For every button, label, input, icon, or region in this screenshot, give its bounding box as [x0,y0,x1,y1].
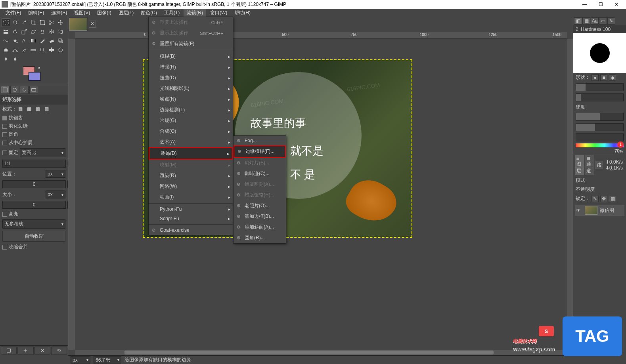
submenu-round-corners[interactable]: ⚙圆角(R)... [234,233,286,243]
tool-rotate[interactable] [11,27,19,36]
tool-pencil[interactable] [38,36,47,45]
size-unit[interactable]: px▾ [46,191,65,198]
tab-undo-history[interactable] [20,86,29,94]
image-tab-thumb[interactable] [69,18,87,30]
menu-filters[interactable]: 滤镜(R) [184,9,206,17]
tool-rect-select[interactable] [2,18,10,27]
angle-slider[interactable]: 1 [573,132,626,143]
swap-colors-icon[interactable]: ⤭ [37,66,40,70]
menu-layer[interactable]: 图层(L) [115,9,137,17]
menu-reshow-last[interactable]: ⚙显示上次操作Shift+Ctrl+F [149,28,233,38]
tool-align[interactable] [2,27,10,36]
tool-move[interactable] [56,18,65,27]
menu-colors[interactable]: 颜色(C) [138,9,160,17]
tool-zoom[interactable] [38,46,47,54]
menu-light-shadow[interactable]: 光线和阴影(L)▸ [149,83,233,94]
shape-diamond[interactable]: ◆ [609,74,616,81]
tool-text[interactable]: A [20,36,29,45]
tab-paths[interactable]: 路 [595,161,603,169]
tool-fuzzy-select[interactable] [20,18,29,27]
image-tab-close[interactable]: ✕ [89,21,96,28]
tool-transform[interactable] [38,18,47,27]
tool-eraser[interactable] [47,36,56,45]
tool-cage[interactable] [56,27,65,36]
aspect-input[interactable] [2,160,66,168]
lock-pixels-icon[interactable]: ✎ [592,196,599,202]
tool-smudge[interactable] [2,46,10,54]
tab-images[interactable] [29,86,38,94]
menu-generic[interactable]: 常规(G)▸ [149,115,233,126]
tool-scale[interactable] [20,27,29,36]
vertical-scrollbar[interactable] [567,39,573,350]
hardness-slider[interactable] [573,112,626,122]
menu-render[interactable]: 渲染(R)▸ [149,170,233,181]
submenu-slide[interactable]: ⚙幻灯片(S)... [234,158,286,168]
submenu-add-bevel[interactable]: ⚙添加斜面(A)... [234,222,286,233]
menu-edge-detect[interactable]: 边缘检测(T)▸ [149,105,233,115]
menu-script-fu[interactable]: Script-Fu▸ [149,214,233,223]
menu-web[interactable]: 网络(W)▸ [149,181,233,192]
fixed-check[interactable]: 固定 [2,149,18,156]
menu-blur[interactable]: 模糊(B)▸ [149,51,233,62]
expand-center-check[interactable]: 从中心扩展 [0,139,68,147]
menu-help[interactable]: 帮助(H) [231,9,254,17]
menu-animation[interactable]: 动画(I)▸ [149,192,233,202]
spikes-slider[interactable] [573,92,626,103]
close-button[interactable]: ✕ [612,2,621,7]
menu-reset-all[interactable]: ⚙重置所有滤镜(F) [149,38,233,49]
aspect-select[interactable]: 宽高比▾ [20,148,65,157]
ratio-slider[interactable] [573,122,626,132]
menu-repeat-last[interactable]: ⚙重复上次操作Ctrl+F [149,17,233,28]
lock-position-icon[interactable]: ✥ [600,196,607,202]
menu-view[interactable]: 视图(V) [71,9,93,17]
submenu-add-border[interactable]: ⚙添加边框(B)... [234,211,286,222]
tab-layers[interactable]: ≡ 图层 [575,155,584,175]
submenu-stencil-chrome[interactable]: ⚙蜡版镀铬(H)... [234,190,286,200]
delete-preset-button[interactable] [34,347,50,354]
tool-perspective[interactable] [38,27,47,36]
vertical-ruler[interactable] [68,39,75,350]
autoshrink-button[interactable]: 自动收缩 [2,231,65,242]
antialias-check[interactable]: 抗锯齿 [0,114,68,122]
tool-color-picker[interactable] [20,46,29,54]
menu-enhance[interactable]: 增强(H)▸ [149,62,233,72]
submenu-stencil-carve[interactable]: ⚙蜡版雕刻(A)... [234,179,286,190]
shrink-merged-check[interactable]: 收缩合并 [0,243,68,251]
radius-slider[interactable] [573,82,626,92]
tool-measure[interactable] [29,46,38,54]
tool-blur[interactable] [2,55,10,63]
menu-select[interactable]: 选择(S) [48,9,70,17]
tool-warp[interactable] [2,36,10,45]
mode-replace[interactable]: ▦ [18,106,25,112]
submenu-coffee[interactable]: ⚙咖啡迹(C)... [234,168,286,179]
shape-circle[interactable]: ● [592,74,599,81]
tool-heal[interactable] [47,46,56,54]
position-unit[interactable]: px▾ [46,170,65,178]
layer-item[interactable]: 👁 微信图 [575,205,624,216]
restore-preset-button[interactable] [17,347,33,354]
menu-python-fu[interactable]: Python-Fu▸ [149,204,233,214]
mode-subtract[interactable]: ▦ [36,106,43,112]
maximize-button[interactable]: ☐ [596,2,605,7]
tab-tool-options[interactable] [1,86,10,94]
tool-bucket[interactable] [11,36,19,45]
menu-combine[interactable]: 合成(O)▸ [149,126,233,137]
minimize-button[interactable]: — [580,2,590,7]
menu-distort[interactable]: 扭曲(D)▸ [149,72,233,83]
menu-file[interactable]: 文件(F) [2,9,24,17]
status-zoom[interactable]: 66.7 %▾ [94,356,121,364]
reset-button[interactable] [51,347,67,354]
tab-paint[interactable]: ✎ [607,17,615,25]
tool-ink[interactable] [11,55,19,63]
menu-tools[interactable]: 工具(T) [161,9,183,17]
tab-history[interactable]: ▭ [599,17,607,25]
tool-path[interactable] [11,46,19,54]
submenu-fuzzy-border[interactable]: ⚙边缘模糊(F)... [234,145,286,158]
tool-dodge[interactable] [56,46,65,54]
highlight-check[interactable]: 高亮 [0,210,68,218]
submenu-fog[interactable]: ⚙Fog... [234,136,286,145]
tool-shear[interactable] [29,27,38,36]
menu-edit[interactable]: 编辑(E) [25,9,47,17]
tool-scissors[interactable] [47,18,56,27]
tool-crop[interactable] [29,18,38,27]
